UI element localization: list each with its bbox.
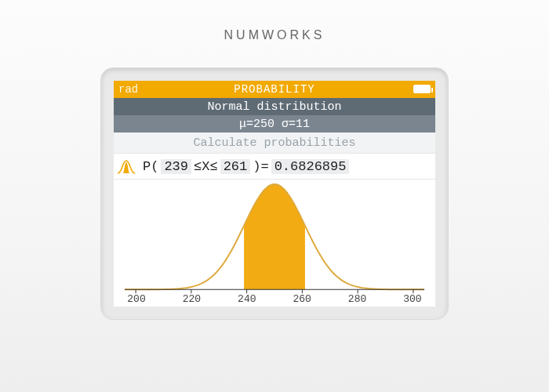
x-tick-label: 300 [401, 293, 424, 305]
interval-type-icon[interactable] [117, 158, 136, 175]
x-tick-label: 280 [346, 293, 369, 305]
calculator-body: NUMWORKS rad PROBABILITY Normal distribu… [0, 0, 549, 392]
formula-open: P( [140, 159, 161, 174]
x-tick-label: 240 [235, 293, 259, 305]
x-axis-ticks: 200220240260280300 [114, 293, 435, 305]
brand-label: NUMWORKS [0, 28, 549, 42]
x-tick-label: 260 [290, 293, 314, 305]
app-title: PROBABILITY [114, 83, 435, 96]
screen-bezel: rad PROBABILITY Normal distribution μ=25… [100, 67, 449, 320]
battery-icon [413, 85, 431, 93]
upper-bound-input[interactable]: 261 [220, 159, 251, 174]
distribution-chart: 200220240260280300 [114, 180, 435, 307]
x-tick-label: 200 [125, 293, 148, 305]
probability-formula: P( 239 ≤X≤ 261 )= 0.6826895 [114, 153, 435, 180]
distribution-params[interactable]: μ=250 σ=11 [114, 115, 435, 132]
probability-result: 0.6826895 [271, 159, 350, 174]
status-bar: rad PROBABILITY [114, 81, 435, 98]
calc-probabilities-label: Calculate probabilities [114, 132, 435, 153]
screen: rad PROBABILITY Normal distribution μ=25… [114, 81, 435, 307]
distribution-name[interactable]: Normal distribution [114, 98, 435, 115]
lower-bound-input[interactable]: 239 [161, 159, 191, 174]
x-tick-label: 220 [180, 293, 203, 305]
formula-relation: ≤X≤ [191, 159, 220, 174]
formula-close: )= [250, 159, 271, 174]
